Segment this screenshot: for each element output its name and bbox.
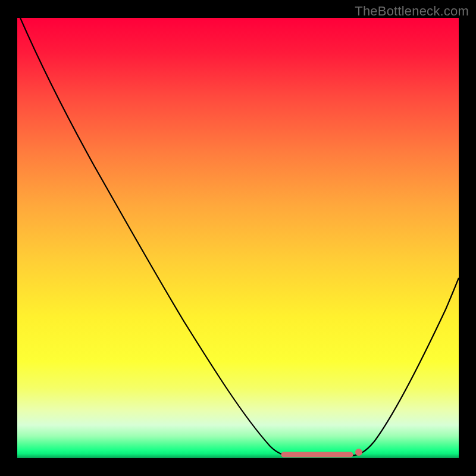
curve-path — [20, 18, 459, 456]
plot-area — [17, 18, 459, 458]
chart-frame: TheBottleneck.com — [0, 0, 476, 476]
bottleneck-curve — [17, 18, 459, 458]
marker-dot — [355, 449, 362, 456]
watermark-text: TheBottleneck.com — [355, 4, 469, 19]
